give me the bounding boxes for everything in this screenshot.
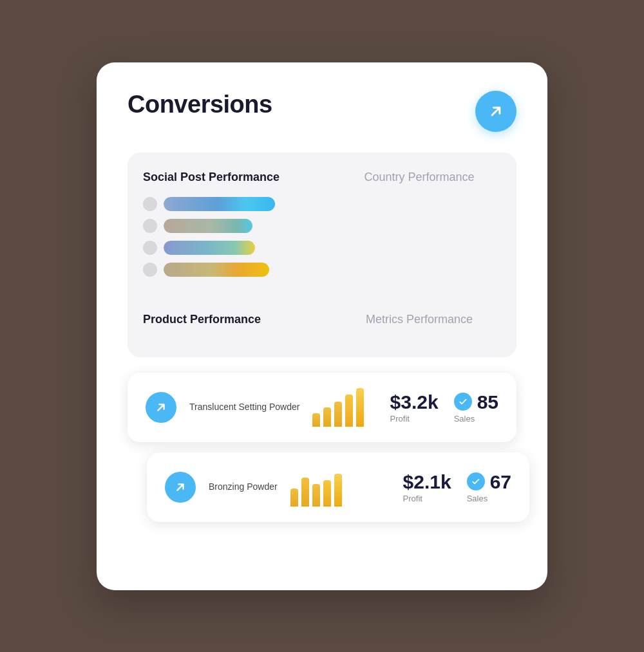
bar-segment (209, 241, 235, 255)
bar-col (323, 480, 331, 507)
country-title: Country Performance (364, 171, 474, 184)
profit-value-2: $2.1k (403, 471, 451, 492)
bar-item (143, 241, 307, 255)
profit-metric-1: $3.2k Profit (390, 391, 439, 424)
arrow-button[interactable] (475, 91, 516, 132)
checkmark-icon-1 (458, 396, 468, 407)
bar-track (164, 197, 307, 211)
social-post-title: Social Post Performance (143, 171, 307, 184)
bar-segment (235, 241, 255, 255)
bar-track (164, 219, 307, 233)
bar-segment (164, 219, 212, 233)
bar-col (345, 395, 353, 426)
product-card-1: Translucent Setting Powder $3.2k Profit (128, 373, 516, 442)
sales-label-2: Sales (467, 494, 511, 503)
sales-metric-2: 67 Sales (467, 471, 511, 503)
bar-list (143, 197, 307, 277)
bar-col (356, 388, 364, 427)
metric-group-1: $3.2k Profit 85 Sales (390, 391, 498, 424)
bar-col (334, 402, 342, 427)
sales-value-2: 67 (490, 471, 511, 492)
arrow-up-right-icon (487, 102, 505, 120)
panel-social-post: Social Post Performance (128, 153, 322, 295)
arrow-up-right-icon-1 (154, 400, 168, 414)
panel-metrics: Metrics Performance (322, 295, 516, 357)
bar-segment (238, 219, 252, 233)
bar-chart-1 (312, 388, 364, 427)
bar-track (164, 241, 307, 255)
header-row: Conversions (128, 91, 516, 132)
product-card-2: Bronzing Powder $2.1k Profit (147, 452, 529, 522)
arrow-up-right-icon-2 (173, 480, 187, 494)
bar-col (312, 484, 320, 507)
bar-item (143, 197, 307, 211)
bar-segment (164, 197, 218, 211)
product-name-1: Translucent Setting Powder (189, 401, 299, 414)
sales-value-1: 85 (477, 391, 498, 413)
panels-grid: Social Post Performance (128, 153, 516, 357)
profit-value-1: $3.2k (390, 391, 439, 413)
bar-dot (143, 263, 157, 277)
sales-metric-1: 85 Sales (454, 391, 498, 424)
bar-item (143, 219, 307, 233)
checkmark-icon-2 (471, 476, 481, 487)
bar-segment (164, 263, 212, 277)
bar-chart-2 (290, 468, 342, 507)
bar-dot (143, 241, 157, 255)
bar-track (164, 263, 307, 277)
profit-label-1: Profit (390, 414, 439, 424)
metrics-title: Metrics Performance (366, 313, 473, 326)
profit-metric-2: $2.1k Profit (403, 471, 451, 503)
page-title: Conversions (128, 91, 272, 118)
bar-col (334, 474, 342, 507)
bar-dot (143, 197, 157, 211)
sales-with-icon-2: 67 (467, 471, 511, 492)
bar-col (312, 413, 320, 426)
bar-dot (143, 219, 157, 233)
bar-segment (164, 241, 209, 255)
bar-segment (238, 263, 269, 277)
sales-with-icon-1: 85 (454, 391, 498, 413)
product-cards: Translucent Setting Powder $3.2k Profit (128, 373, 516, 522)
bar-col (301, 478, 309, 506)
bar-segment (212, 219, 238, 233)
bar-item (143, 263, 307, 277)
metric-group-2: $2.1k Profit 67 Sales (403, 471, 511, 503)
bar-segment (212, 263, 238, 277)
panel-product: Product Performance (128, 295, 322, 357)
sales-label-1: Sales (454, 414, 498, 424)
check-icon-2 (467, 472, 485, 490)
product-icon-1 (146, 392, 176, 423)
bar-col (323, 407, 331, 427)
product-title: Product Performance (143, 313, 307, 326)
bar-segment (247, 197, 275, 211)
product-icon-2 (165, 472, 196, 503)
panel-country: Country Performance (322, 153, 516, 295)
check-icon-1 (454, 393, 472, 411)
product-name-2: Bronzing Powder (209, 481, 278, 494)
bar-segment (218, 197, 246, 211)
profit-label-2: Profit (403, 494, 451, 503)
main-card: Conversions Social Post Performance (97, 62, 547, 590)
bar-col (290, 489, 298, 507)
